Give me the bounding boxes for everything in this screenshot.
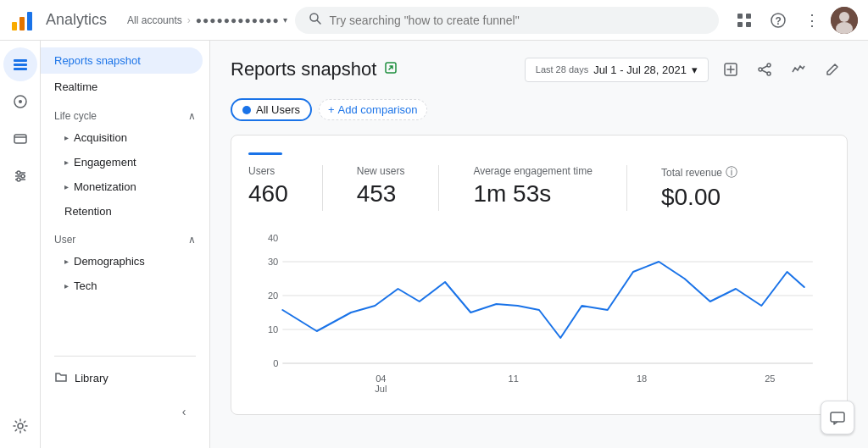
svg-rect-8 <box>746 22 751 27</box>
sidebar-item-retention[interactable]: Retention <box>41 199 209 224</box>
svg-rect-1 <box>19 17 25 30</box>
svg-rect-6 <box>746 14 751 19</box>
svg-line-31 <box>762 70 767 73</box>
acquisition-expand-icon: ▸ <box>64 133 69 142</box>
sidebar-item-monetization[interactable]: ▸ Monetization <box>41 174 209 199</box>
header-right: Last 28 days Jul 1 - Jul 28, 2021 ▾ <box>525 54 848 85</box>
metric-revenue-label: Total revenue ⓘ <box>661 165 737 180</box>
realtime-label: Realtime <box>54 80 97 93</box>
rail-home-icon[interactable] <box>3 47 37 81</box>
metric-new-users-value: 453 <box>357 180 405 207</box>
lifecycle-section: Life cycle ∧ <box>41 100 209 125</box>
segment-dot <box>242 106 251 114</box>
sidebar-item-acquisition[interactable]: ▸ Acquisition <box>41 125 209 150</box>
svg-point-24 <box>18 423 23 429</box>
search-bar[interactable] <box>295 7 719 34</box>
date-range-selector[interactable]: Last 28 days Jul 1 - Jul 28, 2021 ▾ <box>525 58 709 82</box>
user-collapse-icon[interactable]: ∧ <box>188 234 196 246</box>
help-icon-btn[interactable]: ? <box>763 5 793 36</box>
app-title: Analytics <box>46 11 107 29</box>
monetization-label: Monetization <box>74 180 136 193</box>
more-vert-icon: ⋮ <box>804 11 820 30</box>
svg-text:11: 11 <box>509 373 519 384</box>
lifecycle-label: Life cycle <box>54 110 97 122</box>
export-btn[interactable] <box>715 54 746 85</box>
apps-icon-btn[interactable] <box>729 5 760 36</box>
monetization-expand-icon: ▸ <box>64 182 69 191</box>
metric-users-value: 460 <box>248 180 288 207</box>
metric-users: Users 460 <box>248 165 288 211</box>
sidebar-item-library[interactable]: Library <box>41 363 209 393</box>
folder-icon <box>54 370 68 386</box>
account-name: ●●●●●●●●●●●● <box>196 14 280 26</box>
segment-chip-all-users[interactable]: All Users <box>231 98 312 121</box>
svg-rect-7 <box>737 22 743 27</box>
svg-rect-13 <box>14 68 27 70</box>
sidebar-item-tech[interactable]: ▸ Tech <box>41 274 209 298</box>
date-range-value: Jul 1 - Jul 28, 2021 <box>593 64 687 76</box>
metric-new-users: New users 453 <box>357 165 405 211</box>
account-selector[interactable]: All accounts › ●●●●●●●●●●●● ▾ <box>127 14 287 26</box>
chart-container: 0 10 20 30 40 04 Jul 11 18 25 <box>248 228 830 397</box>
metric-engagement-value: 1m 53s <box>473 180 593 207</box>
svg-line-4 <box>317 20 320 24</box>
collapse-sidebar-btn[interactable]: ‹ <box>172 400 196 423</box>
info-icon[interactable]: ⓘ <box>726 165 737 180</box>
header-actions <box>715 54 848 85</box>
svg-text:?: ? <box>775 15 781 27</box>
svg-point-15 <box>19 100 22 103</box>
app-logo <box>10 8 34 32</box>
account-chevron-icon: ▾ <box>283 15 287 25</box>
metric-divider-2 <box>438 165 439 211</box>
sidebar-item-realtime[interactable]: Realtime <box>41 74 209 100</box>
icon-rail <box>0 41 41 448</box>
sidebar-item-demographics[interactable]: ▸ Demographics <box>41 249 209 274</box>
compare-btn[interactable] <box>783 54 814 85</box>
segment-label: All Users <box>256 103 300 116</box>
svg-rect-2 <box>27 12 32 30</box>
sidebar: Reports snapshot Realtime Life cycle ∧ ▸… <box>41 41 210 448</box>
top-bar-actions: ? ⋮ <box>729 5 858 36</box>
all-accounts-label: All accounts <box>127 14 182 26</box>
rail-ads-icon[interactable] <box>3 122 37 156</box>
search-input[interactable] <box>329 14 705 27</box>
svg-point-27 <box>767 64 771 67</box>
metric-divider-1 <box>322 165 323 211</box>
sidebar-item-reports-snapshot[interactable]: Reports snapshot <box>41 47 203 74</box>
reports-snapshot-label: Reports snapshot <box>54 54 141 67</box>
tech-label: Tech <box>74 279 97 292</box>
user-section: User ∧ <box>41 224 209 249</box>
avatar[interactable] <box>831 7 858 34</box>
engagement-label: Engagement <box>74 156 136 169</box>
svg-text:40: 40 <box>268 233 278 243</box>
rail-configure-icon[interactable] <box>3 159 37 193</box>
svg-text:18: 18 <box>637 373 647 384</box>
add-comparison-btn[interactable]: + Add comparison <box>319 99 427 120</box>
svg-point-23 <box>17 178 20 181</box>
edit-btn[interactable] <box>817 54 848 85</box>
chat-fab-btn[interactable] <box>821 401 854 434</box>
main-content: Reports snapshot Last 28 days Jul 1 - Ju… <box>210 41 868 448</box>
sidebar-divider <box>54 356 196 357</box>
svg-point-21 <box>17 171 20 174</box>
engagement-expand-icon: ▸ <box>64 158 69 167</box>
rail-settings-icon[interactable] <box>3 414 37 448</box>
sidebar-item-engagement[interactable]: ▸ Engagement <box>41 150 209 174</box>
add-comparison-label: Add comparison <box>338 103 418 116</box>
title-link-icon[interactable] <box>383 60 398 79</box>
rail-explore-icon[interactable] <box>3 85 37 119</box>
share-btn[interactable] <box>749 54 780 85</box>
sidebar-collapse: ‹ <box>41 393 209 430</box>
collapse-icon: ‹ <box>182 405 186 418</box>
metric-revenue-value: $0.00 <box>661 184 737 211</box>
top-bar: Analytics All accounts › ●●●●●●●●●●●● ▾ … <box>0 0 868 41</box>
svg-rect-47 <box>831 412 844 422</box>
metric-new-users-label: New users <box>357 165 405 177</box>
demographics-label: Demographics <box>74 255 145 268</box>
svg-text:20: 20 <box>268 290 278 301</box>
lifecycle-collapse-icon[interactable]: ∧ <box>188 110 196 122</box>
svg-rect-11 <box>14 59 27 62</box>
metrics-card: Users 460 New users 453 Average engageme… <box>231 135 848 415</box>
more-vert-icon-btn[interactable]: ⋮ <box>797 5 827 36</box>
svg-rect-0 <box>12 22 17 30</box>
